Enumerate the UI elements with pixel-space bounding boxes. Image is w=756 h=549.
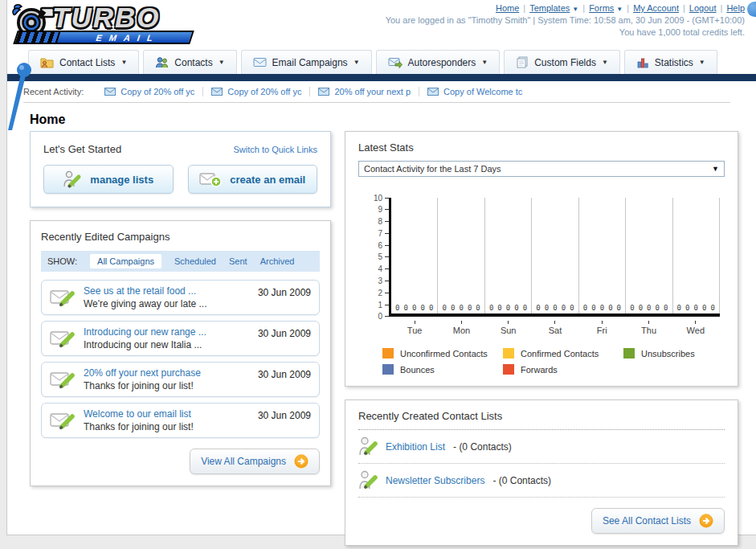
- contact-lists-panel: Recently Created Contact Lists Exhibitio…: [345, 399, 738, 546]
- tab-custom-fields[interactable]: Custom Fields▼: [504, 50, 620, 74]
- campaign-row[interactable]: 20% off your next purchase Thanks for jo…: [41, 362, 320, 397]
- tab-label: Autoresponders: [408, 57, 476, 68]
- contact-list-link[interactable]: Exhibition List: [386, 441, 445, 453]
- data-label: 0: [506, 304, 510, 312]
- chart-column: 00000: [626, 198, 672, 313]
- contact-list-row[interactable]: Newsletter Subscribers - (0 Contacts): [358, 464, 725, 498]
- nav-link-logout[interactable]: Logout: [689, 3, 717, 13]
- campaign-row[interactable]: Welcome to our email list Thanks for joi…: [41, 403, 320, 438]
- right-column: Latest Stats Contact Activity for the La…: [345, 131, 738, 546]
- x-tick-label: Mon: [438, 321, 484, 335]
- tab-contacts[interactable]: Contacts▼: [143, 50, 236, 74]
- main-page: TURBO EMAIL Home|Templates ▼|Forms ▼|My …: [6, 0, 756, 535]
- campaigns-panel: Recently Edited Campaigns SHOW: All Camp…: [30, 220, 331, 486]
- tab-statistics[interactable]: Statistics▼: [624, 50, 717, 74]
- filter-scheduled[interactable]: Scheduled: [174, 256, 216, 266]
- data-labels: 00000: [532, 304, 578, 312]
- recent-activity-item[interactable]: Copy of 20% off yc: [96, 87, 203, 96]
- data-label: 0: [497, 304, 501, 312]
- login-info: You are logged in as "Timothy Smith" | S…: [386, 15, 745, 25]
- x-tick-label: Fri: [578, 321, 625, 335]
- tab-label: Statistics: [655, 57, 693, 68]
- legend-label: Forwards: [521, 365, 558, 375]
- stats-dropdown[interactable]: Contact Activity for the Last 7 Days ▼: [358, 161, 725, 177]
- recent-activity-item[interactable]: Copy of 20% off yc: [203, 87, 310, 96]
- campaign-title-link[interactable]: 20% off your next purchase: [84, 367, 250, 379]
- data-label: 0: [536, 304, 540, 312]
- envelope-arrow-icon: [388, 57, 403, 68]
- recent-activity-wrap: Recent Activity: Copy of 20% off yc Copy…: [7, 81, 756, 103]
- legend-item: Unsubscribes: [623, 348, 725, 358]
- tab-autoresponders[interactable]: Autoresponders▼: [376, 50, 501, 74]
- chevron-down-icon: ▼: [602, 59, 608, 66]
- data-labels: 00000: [391, 304, 437, 312]
- y-tick-label: 1: [370, 301, 389, 309]
- nav-link-forms[interactable]: Forms: [589, 3, 614, 13]
- legend-label: Bounces: [400, 365, 435, 375]
- link-separator: |: [721, 3, 723, 13]
- data-label: 0: [489, 304, 493, 312]
- get-started-title: Let's Get Started: [43, 143, 121, 155]
- orange-arrow-icon: [699, 514, 713, 528]
- campaign-title-link[interactable]: Welcome to our email list: [84, 408, 250, 420]
- data-label: 0: [468, 304, 472, 312]
- y-tick-label: 7: [370, 229, 389, 237]
- chart-plot-area: 00000000000000000000000000000000000: [389, 198, 720, 317]
- campaign-title-link[interactable]: See us at the retail food ...: [84, 285, 250, 297]
- campaign-title-link[interactable]: Introducing our new range ...: [84, 326, 250, 338]
- data-label: 0: [702, 304, 706, 312]
- chart-legend: Unconfirmed ContactsConfirmed ContactsUn…: [382, 348, 725, 375]
- chevron-down-icon: ▼: [481, 59, 488, 66]
- envelope-edit-icon: [50, 410, 76, 431]
- campaign-subtitle: We're giving away our late ...: [84, 298, 250, 309]
- tab-email-campaigns[interactable]: Email Campaigns▼: [241, 50, 372, 74]
- y-tick-label: 9: [370, 206, 389, 214]
- recent-activity-item[interactable]: 20% off your next p: [310, 87, 419, 96]
- contact-list-link[interactable]: Newsletter Subscribers: [386, 475, 484, 486]
- legend-swatch: [623, 348, 635, 358]
- tab-contact-lists[interactable]: Contact Lists▼: [28, 50, 139, 74]
- view-all-campaigns-button[interactable]: View All Campaigns: [190, 449, 320, 474]
- data-label: 0: [412, 304, 416, 312]
- navy-divider-bar: [7, 74, 756, 81]
- envelope-icon: [318, 88, 329, 96]
- filter-sent[interactable]: Sent: [229, 256, 247, 266]
- chevron-down-icon: ▼: [219, 59, 225, 66]
- nav-link-help[interactable]: Help: [726, 3, 745, 13]
- tab-label: Contact Lists: [59, 57, 115, 68]
- legend-item: Forwards: [503, 364, 623, 375]
- recent-activity-item[interactable]: Copy of Welcome tc: [419, 87, 530, 96]
- contact-activity-chart: 109876543210 000000000000000000000000000…: [358, 198, 725, 321]
- header-right: Home|Templates ▼|Forms ▼|My Account|Logo…: [386, 3, 745, 37]
- legend-label: Confirmed Contacts: [521, 349, 599, 358]
- legend-swatch: [503, 348, 514, 358]
- envelope-edit-icon: [50, 328, 76, 349]
- manage-lists-button[interactable]: manage lists: [43, 165, 174, 194]
- legend-swatch: [503, 364, 514, 375]
- y-tick-label: 4: [370, 265, 389, 273]
- data-label: 0: [639, 304, 643, 312]
- see-all-contact-lists-button[interactable]: See All Contact Lists: [591, 508, 725, 534]
- create-email-label: create an email: [230, 174, 305, 186]
- recent-activity-text: Copy of Welcome tc: [443, 87, 522, 96]
- chevron-down-icon: ▼: [572, 6, 578, 13]
- nav-link-home[interactable]: Home: [496, 3, 519, 13]
- contact-lists-title: Recently Created Contact Lists: [358, 410, 725, 422]
- pages-icon: [516, 56, 529, 68]
- latest-stats-title: Latest Stats: [358, 141, 725, 154]
- campaign-row[interactable]: See us at the retail food ... We're givi…: [41, 280, 320, 315]
- data-label: 0: [710, 304, 714, 312]
- y-tick-label: 0: [370, 313, 389, 321]
- create-email-button[interactable]: create an email: [188, 165, 318, 194]
- filter-all-campaigns[interactable]: All Campaigns: [90, 254, 161, 268]
- campaign-row[interactable]: Introducing our new range ... Introducin…: [41, 321, 320, 356]
- switch-quick-links[interactable]: Switch to Quick Links: [233, 145, 317, 154]
- contact-list-row[interactable]: Exhibition List - (0 Contacts): [358, 430, 725, 464]
- show-label: SHOW:: [47, 256, 77, 266]
- filter-archived[interactable]: Archived: [260, 256, 295, 266]
- data-label: 0: [583, 304, 587, 312]
- data-label: 0: [451, 304, 455, 312]
- nav-link-my-account[interactable]: My Account: [633, 3, 679, 13]
- nav-link-templates[interactable]: Templates: [529, 3, 570, 13]
- data-label: 0: [395, 304, 399, 312]
